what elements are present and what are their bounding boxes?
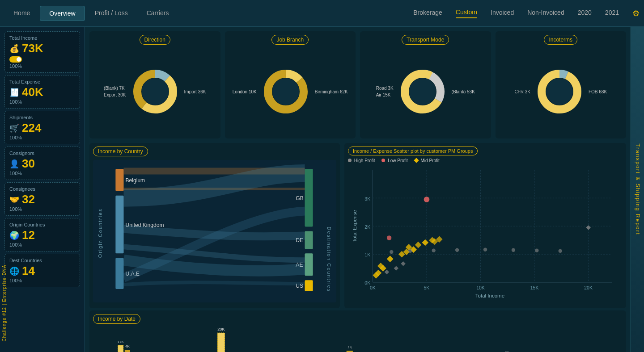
svg-text:4K: 4K (125, 344, 130, 348)
main-content: Direction (Blank) 7K Export 30K (85, 27, 631, 352)
svg-point-6 (272, 78, 299, 105)
filter-invoiced[interactable]: Invoiced (491, 9, 514, 18)
total-expense-card: Total Expense 🧾 40K 100% (4, 75, 80, 109)
svg-text:10K: 10K (476, 285, 485, 290)
low-profit-dot (381, 159, 385, 162)
shipments-card: Shipments 🛒 224 100% (4, 111, 80, 144)
svg-point-55 (424, 197, 430, 202)
tab-carriers[interactable]: Carriers (138, 6, 178, 21)
svg-point-75 (483, 247, 487, 251)
total-expense-value: 40K (22, 85, 43, 99)
filter-custom[interactable]: Custom (456, 8, 477, 18)
tab-profit-loss[interactable]: Profit / Loss (86, 6, 137, 21)
direction-title: Direction (140, 35, 170, 45)
income-toggle[interactable] (9, 56, 22, 63)
svg-text:Destination Countries: Destination Countries (326, 227, 332, 293)
top-navigation: Home Overview Profit / Loss Carriers Bro… (0, 0, 644, 27)
nav-filters: Brokerage Custom Invoiced Non-Invoiced 2… (413, 8, 640, 18)
total-expense-label: Total Expense (9, 79, 75, 84)
mid-profit-label: Mid Profit (421, 158, 440, 163)
income-icon: 💰 (9, 44, 19, 54)
total-income-card: Total Income 💰 73K 100% (4, 31, 80, 73)
consignees-pct: 100% (9, 206, 75, 212)
filter-2020[interactable]: 2020 (578, 9, 592, 18)
transport-title: Transport Mode (402, 35, 449, 45)
low-profit-label: Low Profit (388, 158, 407, 163)
consignees-card: Consignees 🤝 32 100% (4, 182, 80, 216)
dest-value: 14 (22, 264, 35, 278)
consignors-icon: 👤 (9, 159, 19, 169)
transport-chart: Transport Mode Road 3K Air 15K (Blank) 5… (360, 31, 491, 138)
consignees-value: 32 (22, 193, 35, 206)
consignees-label: Consignees (9, 186, 75, 192)
scatter-svg: 0K 1K 2K 3K 0K 5K 10K 15K 20K Total Inco… (348, 165, 623, 301)
total-expense-pct: 100% (9, 99, 75, 105)
scatter-legend: High Profit Low Profit Mid Profit (348, 158, 623, 163)
svg-text:Total Expense: Total Expense (352, 210, 357, 242)
svg-marker-54 (401, 261, 405, 266)
income-by-date-card: Income by Date 0K 0K 17K 4K Jul 2020 0K … (89, 310, 626, 352)
left-panel: Total Income 💰 73K 100% Total Expense 🧾 … (0, 27, 85, 352)
svg-text:3K: 3K (364, 197, 370, 201)
shipments-value: 224 (22, 121, 41, 135)
total-income-label: Total Income (9, 35, 75, 41)
svg-text:7K: 7K (347, 345, 352, 349)
svg-text:20K: 20K (584, 285, 593, 290)
svg-rect-17 (115, 169, 123, 191)
consignees-icon: 🤝 (9, 195, 19, 205)
total-income-pct: 100% (9, 63, 75, 69)
job-branch-title: Job Branch (271, 35, 309, 45)
svg-text:Origin Countries: Origin Countries (97, 208, 103, 258)
consignors-label: Consignors (9, 151, 75, 156)
svg-point-73 (432, 249, 435, 252)
tab-overview[interactable]: Overview (40, 6, 85, 21)
expense-icon: 🧾 (9, 88, 19, 97)
svg-text:15K: 15K (530, 285, 539, 290)
incoterms-title: Incoterms (544, 35, 577, 45)
nav-tabs: Home Overview Profit / Loss Carriers (4, 6, 178, 21)
svg-text:2K: 2K (364, 225, 370, 230)
mid-profit-dot (414, 158, 419, 163)
tab-home[interactable]: Home (4, 6, 39, 21)
filter-brokerage[interactable]: Brokerage (413, 9, 442, 18)
svg-marker-57 (422, 239, 428, 246)
incoterms-cfr-label: CFR 3K (514, 89, 530, 94)
dest-countries-card: Dest Countries 🌐 14 100% (4, 254, 80, 287)
svg-point-3 (142, 78, 169, 105)
charts-row: Direction (Blank) 7K Export 30K (85, 27, 631, 143)
challenge-label: Challenge #12 | Enterprise DNA (2, 264, 7, 341)
dest-icon: 🌐 (9, 266, 19, 276)
total-income-value: 73K (22, 42, 43, 55)
svg-rect-86 (125, 350, 130, 352)
origin-label: Origin Countries (9, 222, 75, 227)
incoterms-donut (535, 67, 584, 116)
consignors-value: 30 (22, 157, 35, 171)
svg-rect-19 (115, 196, 123, 254)
shipments-icon: 🛒 (9, 123, 19, 133)
sankey-svg: Origin Countries Destination Countries B… (93, 160, 336, 302)
direction-blank-label: (Blank) 7K (104, 86, 126, 91)
bottom-row: Income by Date 0K 0K 17K 4K Jul 2020 0K … (85, 308, 631, 352)
filter-2021[interactable]: 2021 (605, 9, 619, 18)
high-profit-label: High Profit (354, 158, 375, 163)
svg-point-72 (408, 249, 412, 253)
transport-blank-label: (Blank) 53K (452, 89, 475, 94)
incoterms-fob-label: FOB 68K (589, 89, 607, 94)
job-birmingham-label: Birmingham 62K (315, 89, 348, 94)
origin-icon: 🌍 (9, 230, 19, 240)
svg-text:GB: GB (296, 195, 303, 201)
filter-non-invoiced[interactable]: Non-Invoiced (527, 9, 564, 18)
income-date-title: Income by Date (93, 314, 140, 324)
svg-text:0K: 0K (370, 285, 376, 290)
high-profit-dot (348, 159, 352, 162)
transport-road-label: Road 3K (376, 86, 394, 91)
origin-pct: 100% (9, 242, 75, 247)
dest-label: Dest Countries (9, 258, 75, 263)
incoterms-chart: Incoterms CFR 3K FOB 68K (496, 31, 627, 138)
job-london-label: London 10K (233, 89, 257, 94)
direction-export-label: Export 30K (104, 92, 126, 97)
direction-donut (131, 67, 180, 116)
transport-air-label: Air 15K (376, 92, 394, 97)
svg-marker-52 (385, 270, 389, 274)
filter-icon[interactable]: ⚙ (632, 8, 640, 18)
